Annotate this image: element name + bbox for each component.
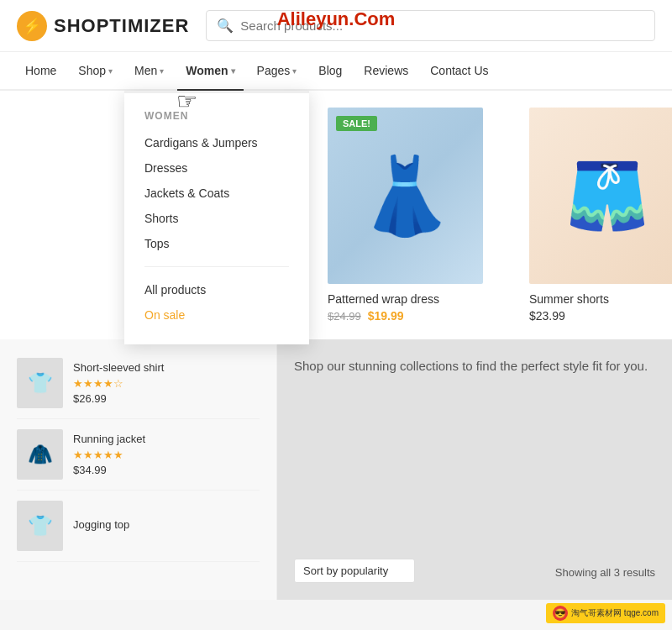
price-regular-shorts: $23.99 [529,309,565,323]
sort-bar: Sort by popularity [294,559,415,583]
header: ⚡ SHOPTIMIZER 🔍 [0,0,672,52]
star-rating: ★★★★☆ [73,377,260,390]
main-nav: Home Shop ▾ Men ▾ Women ▾ Pages ▾ Blog R… [0,52,672,91]
product-list: 👕 Short-sleeved shirt ★★★★☆ $26.99 🧥 Run… [0,339,277,600]
dropdown-item-cardigans[interactable]: Cardigans & Jumpers [124,130,309,155]
list-product-info: Jogging top [73,518,260,534]
price-row-dress: $24.99 $19.99 [328,309,496,323]
sort-select[interactable]: Sort by popularity [294,559,415,583]
list-product-price: $26.99 [73,392,260,405]
dropdown-item-all-products[interactable]: All products [124,277,309,302]
logo-text: SHOPTIMIZER [54,15,189,37]
dropdown-divider [144,266,289,267]
product-title-shorts: Summer shorts [529,292,672,306]
product-card-dress[interactable]: 👗 SALE! Patterned wrap dress $24.99 $19.… [328,108,496,323]
list-product-name: Short-sleeved shirt [73,361,260,374]
price-new-dress: $19.99 [368,309,404,323]
price-row-shorts: $23.99 [529,309,672,323]
product-image-shorts: 🩳 [529,108,672,284]
dropdown-item-jackets[interactable]: Jackets & Coats [124,181,309,206]
brand-icon: 😎 [553,606,568,621]
right-content: Shop our stunning collections to find th… [277,339,672,600]
search-icon: 🔍 [217,18,234,34]
brand-badge: 😎 淘气哥素材网 tqge.com [546,603,665,623]
search-input[interactable] [240,18,644,33]
list-product-info: Short-sleeved shirt ★★★★☆ $26.99 [73,361,260,405]
list-item[interactable]: 🧥 Running jacket ★★★★★ $34.99 [17,419,260,491]
list-product-info: Running jacket ★★★★★ $34.99 [73,433,260,476]
women-dropdown: WOMEN Cardigans & Jumpers Dresses Jacket… [124,91,309,344]
nav-item-shop[interactable]: Shop ▾ [70,52,121,89]
dropdown-item-tops[interactable]: Tops [124,231,309,256]
nav-item-pages[interactable]: Pages ▾ [249,52,306,89]
nav-item-blog[interactable]: Blog [310,52,350,89]
chevron-down-icon: ▾ [108,66,113,76]
product-title-dress: Patterned wrap dress [328,292,496,306]
nav-item-women[interactable]: Women ▾ [177,52,243,91]
nav-item-reviews[interactable]: Reviews [355,52,417,89]
sale-badge: SALE! [336,116,377,131]
price-old-dress: $24.99 [328,310,361,323]
list-product-image: 👕 [17,501,63,551]
dropdown-item-dresses[interactable]: Dresses [124,155,309,181]
list-product-price: $34.99 [73,464,260,476]
dropdown-item-shorts[interactable]: Shorts [124,206,309,231]
showing-results-text: Showing all 3 results [555,566,655,579]
product-card-shorts[interactable]: 🩳 Summer shorts $23.99 [529,108,672,323]
logo-area: ⚡ SHOPTIMIZER [17,11,189,41]
bottom-section: 👕 Short-sleeved shirt ★★★★☆ $26.99 🧥 Run… [0,339,672,600]
nav-item-men[interactable]: Men ▾ [126,52,172,89]
list-product-image: 👕 [17,358,63,408]
product-image-dress: 👗 SALE! [328,108,483,284]
logo-icon: ⚡ [17,11,47,41]
dropdown-section-title: WOMEN [124,110,309,130]
nav-item-contact[interactable]: Contact Us [422,52,496,89]
promo-text: Shop our stunning collections to find th… [294,356,655,376]
list-item[interactable]: 👕 Jogging top [17,491,260,562]
chevron-down-icon: ▾ [160,66,164,76]
list-item[interactable]: 👕 Short-sleeved shirt ★★★★☆ $26.99 [17,348,260,419]
nav-item-home[interactable]: Home [17,52,65,89]
dropdown-item-on-sale[interactable]: On sale [124,302,309,328]
list-product-name: Jogging top [73,518,260,531]
chevron-down-icon: ▾ [231,66,235,76]
star-rating: ★★★★★ [73,449,260,461]
list-product-name: Running jacket [73,433,260,445]
search-bar[interactable]: 🔍 [206,10,655,41]
chevron-down-icon: ▾ [292,66,297,76]
list-product-image: 🧥 [17,429,63,480]
